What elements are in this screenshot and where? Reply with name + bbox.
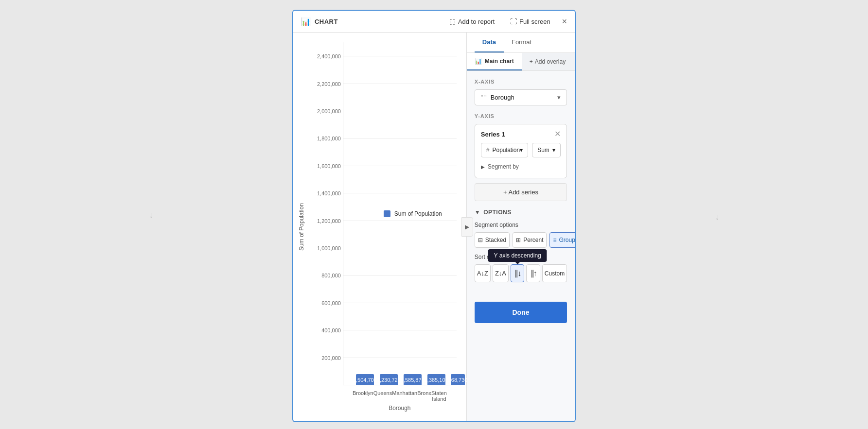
options-header[interactable]: ▼ OPTIONS bbox=[475, 209, 567, 216]
bar-chart-icon: 📊 bbox=[475, 58, 482, 65]
window-title: CHART bbox=[315, 18, 338, 25]
options-collapse-icon: ▼ bbox=[475, 209, 480, 216]
grouped-icon: ≡ bbox=[553, 237, 556, 243]
x-label-queens: Queens bbox=[373, 390, 392, 402]
add-overlay-label: Add overlay bbox=[535, 58, 566, 65]
bar-queens[interactable]: 2,230,722 bbox=[380, 374, 398, 385]
sort-order-group: A↓Z Z↓A ∥↓ Y axis descending ∥↑ Custom bbox=[475, 264, 567, 282]
aggregation-select[interactable]: Sum ▾ bbox=[532, 143, 561, 157]
yaxis-section-label: Y-AXIS bbox=[475, 113, 567, 119]
bar-bronx[interactable]: 1,385,108 bbox=[427, 374, 445, 385]
chart-inner: 2,400,000 2,200,000 2,000,000 1,800,000 bbox=[309, 42, 457, 412]
sort-za-button[interactable]: Z↓A bbox=[493, 264, 509, 282]
bar-value-bronx: 1,385,108 bbox=[425, 377, 448, 383]
bar-value-brooklyn: 2,504,700 bbox=[353, 377, 377, 383]
titlebar: 📊 CHART ⬚ Add to report ⛶ Full screen × bbox=[293, 11, 575, 33]
chevron-down-icon: ▾ bbox=[557, 94, 561, 101]
stacked-icon: ⊟ bbox=[478, 237, 483, 243]
bar-group: 1,585,873 bbox=[401, 374, 425, 385]
chart-window: 📊 CHART ⬚ Add to report ⛶ Full screen × … bbox=[292, 10, 576, 422]
bar-group: 2,504,700 bbox=[353, 374, 377, 385]
sort-custom-label: Custom bbox=[545, 270, 565, 277]
sort-az-button[interactable]: A↓Z bbox=[475, 264, 491, 282]
titlebar-left: 📊 CHART bbox=[301, 17, 338, 26]
population-field-select[interactable]: # Population ▾ bbox=[481, 143, 528, 157]
add-series-button[interactable]: + Add series bbox=[475, 183, 567, 201]
xaxis-section: X-AXIS " " Borough ▾ bbox=[467, 71, 575, 113]
chart-plot: 2,400,000 2,200,000 2,000,000 1,800,000 bbox=[343, 42, 457, 385]
bar-value-queens: 2,230,722 bbox=[377, 377, 401, 383]
sort-y-desc-icon: ∥↓ bbox=[514, 269, 520, 278]
x-label-bronx: Bronx bbox=[417, 390, 431, 402]
full-screen-label: Full screen bbox=[519, 18, 550, 25]
sort-y-asc-button[interactable]: ∥↑ bbox=[526, 264, 540, 282]
panel-collapse-button[interactable]: ▶ bbox=[461, 217, 473, 237]
x-axis-labels: Brooklyn Queens Manhattan Bronx Staten I… bbox=[343, 387, 457, 402]
series-title: Series 1 bbox=[481, 131, 505, 138]
percent-label: Percent bbox=[523, 237, 543, 243]
add-to-report-icon: ⬚ bbox=[449, 17, 456, 25]
agg-chevron-icon: ▾ bbox=[552, 147, 555, 154]
bar-group: 468,730 bbox=[448, 374, 468, 385]
right-panel: Data Format 📊 Main chart + Add overlay X… bbox=[466, 33, 575, 421]
full-screen-icon: ⛶ bbox=[510, 17, 517, 25]
bar-value-manhattan: 1,585,873 bbox=[401, 377, 425, 383]
grouped-button[interactable]: ≡ Grouped bbox=[549, 232, 575, 248]
y-axis-label: Sum of Population bbox=[298, 203, 305, 251]
grouped-label: Grouped bbox=[559, 237, 575, 243]
aggregation-label: Sum bbox=[537, 147, 549, 154]
sort-order-label: Sort order bbox=[475, 254, 567, 260]
close-button[interactable]: × bbox=[562, 17, 567, 26]
x-axis-title: Borough bbox=[343, 405, 457, 412]
done-button[interactable]: Done bbox=[475, 302, 567, 323]
options-section: ▼ OPTIONS Segment options ⊟ Stacked ⊞ Pe… bbox=[467, 209, 575, 298]
percent-icon: ⊞ bbox=[516, 237, 521, 243]
tab-data[interactable]: Data bbox=[475, 33, 504, 52]
sort-custom-button[interactable]: Custom bbox=[542, 264, 567, 282]
full-screen-button[interactable]: ⛶ Full screen bbox=[506, 16, 554, 27]
series-close-button[interactable]: ✕ bbox=[554, 130, 561, 138]
percent-button[interactable]: ⊞ Percent bbox=[513, 232, 547, 248]
bottom-arrow: ↓ bbox=[576, 213, 858, 222]
plus-icon: + bbox=[530, 58, 533, 65]
xaxis-section-label: X-AXIS bbox=[475, 79, 567, 85]
segment-by-toggle[interactable]: ▶ Segment by bbox=[481, 161, 561, 172]
bar-group: 2,230,722 bbox=[377, 374, 401, 385]
hash-icon: " " bbox=[481, 94, 487, 101]
series-row: # Population ▾ Sum ▾ bbox=[481, 143, 561, 157]
tab-format[interactable]: Format bbox=[504, 33, 539, 52]
add-to-report-label: Add to report bbox=[458, 18, 495, 25]
chart-legend: Sum of Population bbox=[384, 210, 442, 217]
series-card: Series 1 ✕ # Population ▾ Sum bbox=[475, 124, 567, 178]
legend-label: Sum of Population bbox=[394, 210, 442, 217]
x-label-manhattan: Manhattan bbox=[392, 390, 417, 402]
hash-field-icon: # bbox=[486, 147, 490, 154]
main-content: ▶ Sum of Population 2,400,000 2,200,000 bbox=[293, 33, 575, 421]
series-header: Series 1 ✕ bbox=[481, 130, 561, 138]
sort-za-icon: Z↓A bbox=[495, 270, 506, 277]
xaxis-select[interactable]: " " Borough ▾ bbox=[475, 89, 567, 105]
stacked-button[interactable]: ⊟ Stacked bbox=[475, 232, 510, 248]
x-label-staten-island: Staten Island bbox=[431, 390, 447, 402]
sort-y-desc-button[interactable]: ∥↓ Y axis descending bbox=[511, 264, 524, 282]
chart-icon: 📊 bbox=[301, 17, 311, 26]
segment-by-label: Segment by bbox=[488, 163, 519, 170]
add-to-report-button[interactable]: ⬚ Add to report bbox=[445, 16, 498, 27]
sort-az-icon: A↓Z bbox=[477, 270, 488, 277]
main-chart-label: Main chart bbox=[485, 58, 514, 65]
stacked-label: Stacked bbox=[485, 237, 506, 243]
bar-value-staten-island: 468,730 bbox=[448, 377, 468, 383]
subtab-main-chart[interactable]: 📊 Main chart bbox=[467, 53, 522, 70]
population-field-label: Population bbox=[492, 147, 520, 154]
titlebar-right: ⬚ Add to report ⛶ Full screen × bbox=[445, 16, 567, 27]
segment-options-group: ⊟ Stacked ⊞ Percent ≡ Grouped bbox=[475, 232, 567, 248]
panel-subtabs: 📊 Main chart + Add overlay bbox=[467, 53, 575, 71]
yaxis-section: Y-AXIS Series 1 ✕ # Population ▾ bbox=[467, 113, 575, 209]
top-arrow: ↓ bbox=[10, 211, 292, 220]
subtab-add-overlay[interactable]: + Add overlay bbox=[522, 53, 573, 70]
bar-brooklyn[interactable]: 2,504,700 bbox=[356, 374, 374, 385]
bar-manhattan[interactable]: 1,585,873 bbox=[404, 374, 422, 385]
options-label: OPTIONS bbox=[483, 209, 512, 216]
bar-staten-island[interactable]: 468,730 bbox=[451, 374, 465, 385]
x-label-brooklyn: Brooklyn bbox=[353, 390, 373, 402]
